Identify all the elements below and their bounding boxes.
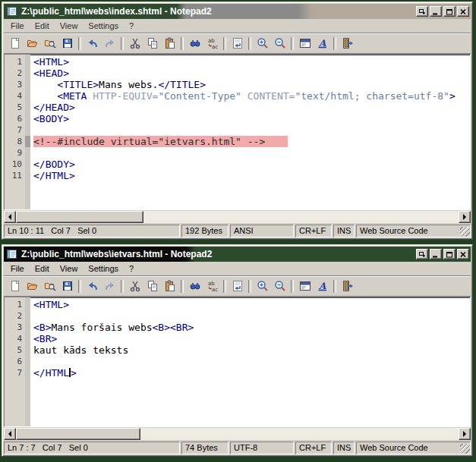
ontop-button[interactable]: [416, 6, 428, 17]
exit-icon: [342, 280, 354, 292]
line-number-gutter: 1234567: [5, 297, 25, 426]
redo-button[interactable]: [101, 35, 118, 52]
zoom-in-button[interactable]: [254, 35, 271, 52]
scroll-right-button[interactable]: [459, 211, 471, 223]
font-button[interactable]: A: [314, 35, 331, 52]
zoom-out-button[interactable]: [271, 35, 288, 52]
scheme-button[interactable]: [296, 35, 314, 52]
line-number: 4: [5, 333, 25, 344]
copy-button[interactable]: [143, 35, 161, 52]
menu-bar: FileEditViewSettings?: [4, 19, 471, 33]
maximize-button[interactable]: [443, 249, 456, 259]
scrollbar-thumb[interactable]: [16, 428, 140, 440]
close-button[interactable]: [457, 249, 469, 259]
code-line: kaut kāds teksts: [30, 344, 470, 356]
horizontal-scrollbar[interactable]: [4, 211, 471, 223]
menu-item-settings[interactable]: Settings: [83, 262, 124, 275]
save-button[interactable]: [58, 278, 76, 294]
font-icon: A: [317, 37, 329, 49]
copy-button[interactable]: [143, 278, 161, 294]
right-arrow-icon: [463, 214, 469, 220]
zoom-out-button[interactable]: [271, 278, 288, 294]
code-editor[interactable]: 1234567891011 <HTML><HEAD> <TITLE>Mans w…: [5, 55, 470, 209]
code-line: [30, 124, 470, 136]
code-editor[interactable]: 1234567 <HTML><B>Mans foršais webs<B><BR…: [5, 297, 470, 426]
line-number: 2: [5, 68, 25, 79]
horizontal-scrollbar[interactable]: [4, 428, 471, 440]
save-icon: [61, 37, 74, 49]
exit-button[interactable]: [339, 35, 356, 52]
new-icon: [9, 280, 21, 292]
new-button[interactable]: [6, 35, 24, 52]
save-button[interactable]: [58, 35, 76, 52]
line-number: 3: [5, 322, 25, 333]
undo-button[interactable]: [84, 35, 101, 52]
menu-item-file[interactable]: File: [5, 262, 30, 275]
code-line: <META HTTP-EQUIV="Content-Type" CONTENT=…: [30, 90, 470, 102]
browse-button[interactable]: [41, 35, 58, 52]
menu-item-view[interactable]: View: [55, 262, 84, 275]
wrap-button[interactable]: [229, 35, 246, 52]
find-icon: [189, 280, 201, 292]
close-button[interactable]: [457, 6, 469, 17]
resize-grip[interactable]: [460, 444, 470, 454]
zoom-in-button[interactable]: [254, 278, 271, 294]
menu-item-help[interactable]: ?: [124, 20, 139, 32]
cursor-position-pane: Ln 10 : 11 Col 7 Sel 0: [4, 225, 180, 237]
redo-icon: [104, 280, 116, 292]
scheme-icon: [299, 37, 311, 49]
scrollbar-thumb[interactable]: [16, 211, 143, 223]
paste-button[interactable]: [161, 278, 178, 294]
code-line: </BODY>: [30, 159, 470, 170]
browse-button[interactable]: [41, 278, 58, 294]
zoom-out-icon: [274, 280, 286, 292]
ontop-button[interactable]: [416, 249, 428, 259]
encoding-pane: ANSI: [230, 225, 294, 237]
scroll-left-button[interactable]: [4, 428, 16, 440]
replace-button[interactable]: abac: [203, 278, 221, 294]
replace-button[interactable]: abac: [203, 35, 221, 52]
cut-button[interactable]: [126, 35, 143, 52]
toolbar-separator: [223, 280, 226, 293]
selection-margin: [25, 55, 30, 209]
redo-button[interactable]: [101, 278, 118, 294]
scheme-button[interactable]: [296, 278, 314, 294]
minimize-button[interactable]: [430, 249, 442, 259]
open-button[interactable]: [24, 35, 41, 52]
menu-item-settings[interactable]: Settings: [83, 20, 124, 32]
new-button[interactable]: [6, 278, 24, 294]
line-number: 10: [5, 159, 25, 170]
toolbar-separator: [181, 280, 184, 293]
zoom-in-icon: [257, 37, 269, 49]
font-button[interactable]: A: [314, 278, 331, 294]
cut-button[interactable]: [126, 278, 143, 294]
highlighted-include-line: <!--#include virtual="ietvars.html" -->: [33, 136, 288, 147]
find-button[interactable]: [186, 278, 203, 294]
toolbar-separator: [291, 280, 294, 293]
scroll-right-button[interactable]: [459, 428, 471, 440]
exit-button[interactable]: [339, 278, 356, 294]
menu-item-edit[interactable]: Edit: [30, 20, 55, 32]
menu-item-view[interactable]: View: [55, 20, 84, 32]
svg-text:ac: ac: [212, 44, 218, 49]
paste-button[interactable]: [161, 35, 178, 52]
scroll-left-button[interactable]: [4, 211, 16, 223]
open-button[interactable]: [24, 278, 41, 294]
menu-item-edit[interactable]: Edit: [30, 262, 55, 275]
new-icon: [9, 37, 21, 49]
line-number: 3: [5, 79, 25, 90]
maximize-button[interactable]: [443, 6, 456, 17]
undo-button[interactable]: [84, 278, 101, 294]
find-button[interactable]: [186, 35, 203, 52]
browse-icon: [44, 280, 56, 292]
save-icon: [61, 280, 74, 292]
titlebar[interactable]: Z:\public_html\webs\index.shtml - Notepa…: [4, 4, 471, 19]
cursor-position-pane: Ln 7 : 7 Col 7 Sel 0: [4, 442, 180, 454]
titlebar[interactable]: Z:\public_html\webs\ietvars.html - Notep…: [4, 247, 471, 262]
menu-item-help[interactable]: ?: [124, 262, 139, 275]
line-number: 7: [5, 367, 25, 379]
minimize-button[interactable]: [430, 6, 442, 17]
resize-grip[interactable]: [460, 227, 470, 237]
wrap-button[interactable]: [229, 278, 246, 294]
menu-item-file[interactable]: File: [5, 20, 30, 32]
